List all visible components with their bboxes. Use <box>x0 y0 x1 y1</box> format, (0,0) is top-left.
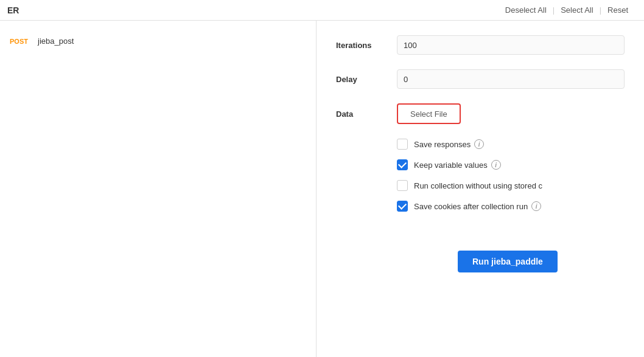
iterations-row: Iterations <box>336 35 625 55</box>
keep-variable-values-checkbox[interactable] <box>397 159 408 170</box>
run-button[interactable]: Run jieba_paddle <box>458 251 558 272</box>
save-responses-label: Save responses i <box>414 139 484 149</box>
checkbox-group: Save responses i Keep variable values i … <box>397 139 625 212</box>
save-cookies-label: Save cookies after collection run i <box>414 201 541 211</box>
delay-input[interactable] <box>397 69 625 89</box>
run-button-container: Run jieba_paddle <box>397 231 625 272</box>
delay-row: Delay <box>336 69 625 89</box>
main-layout: POST jieba_post Iterations Delay Data Se… <box>0 21 644 357</box>
delay-label: Delay <box>336 75 397 84</box>
iterations-label: Iterations <box>336 41 397 50</box>
top-bar: ER Deselect All | Select All | Reset <box>0 0 644 21</box>
right-panel: Iterations Delay Data Select File Save r… <box>317 21 644 357</box>
list-item[interactable]: POST jieba_post <box>0 30 316 52</box>
iterations-input[interactable] <box>397 35 625 55</box>
left-panel: POST jieba_post <box>0 21 317 357</box>
run-collection-row[interactable]: Run collection without using stored c <box>397 180 625 191</box>
request-name: jieba_post <box>38 36 74 46</box>
keep-variable-values-row[interactable]: Keep variable values i <box>397 159 625 170</box>
save-responses-info-icon[interactable]: i <box>474 139 484 149</box>
save-cookies-row[interactable]: Save cookies after collection run i <box>397 201 625 212</box>
run-collection-label: Run collection without using stored c <box>414 181 542 190</box>
keep-variable-values-label: Keep variable values i <box>414 160 501 170</box>
method-badge: POST <box>10 38 32 45</box>
reset-button[interactable]: Reset <box>601 3 634 17</box>
top-bar-actions: Deselect All | Select All | Reset <box>499 3 634 17</box>
data-label: Data <box>336 109 397 119</box>
deselect-all-button[interactable]: Deselect All <box>499 3 553 17</box>
select-file-button[interactable]: Select File <box>397 103 461 124</box>
save-responses-row[interactable]: Save responses i <box>397 139 625 150</box>
keep-variable-values-info-icon[interactable]: i <box>491 160 501 170</box>
save-responses-checkbox[interactable] <box>397 139 408 150</box>
data-row: Data Select File <box>336 103 625 124</box>
page-title: ER <box>0 5 19 15</box>
select-all-button[interactable]: Select All <box>555 3 599 17</box>
save-cookies-checkbox[interactable] <box>397 201 408 212</box>
run-collection-checkbox[interactable] <box>397 180 408 191</box>
save-cookies-info-icon[interactable]: i <box>531 201 541 211</box>
